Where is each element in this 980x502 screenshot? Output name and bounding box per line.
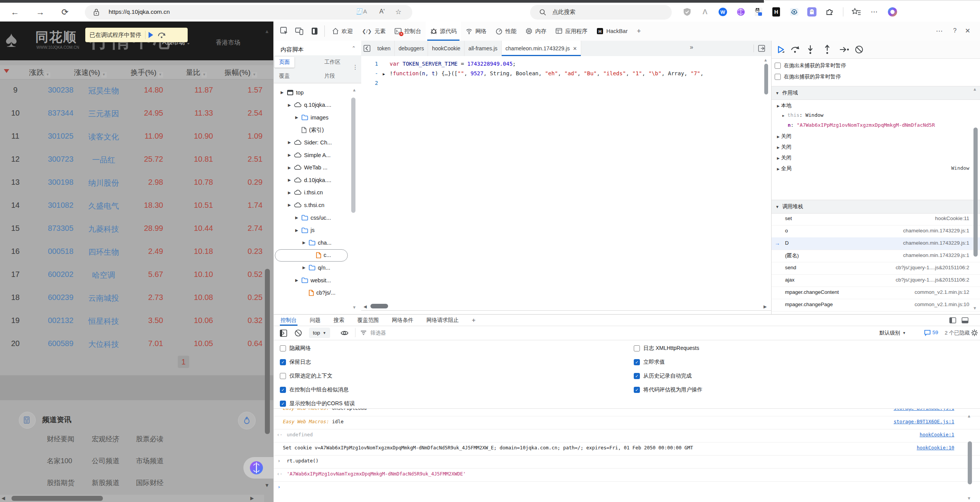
editor-hscrollbar[interactable]: ◀ ▶ — [361, 303, 771, 310]
message-count[interactable]: 59 — [932, 330, 938, 335]
frame-location[interactable]: cb?js/;jquery-1....js&20151106:2 — [896, 277, 969, 283]
expand-arrow-icon[interactable]: ▶ — [288, 140, 293, 144]
step-out-icon[interactable] — [824, 45, 831, 55]
console-tab-网络请求阻止[interactable]: 网络请求阻止 — [426, 315, 459, 326]
filter-input[interactable]: 筛选器 — [370, 330, 386, 336]
frame-location[interactable]: common_v2.1.min.js:12 — [914, 289, 969, 295]
column-header-1[interactable]: 涨速(%)▼ — [74, 68, 107, 78]
camera-icon[interactable] — [790, 7, 799, 17]
scope-section-header[interactable]: ▼作用域 — [772, 86, 980, 100]
console-tab-覆盖范围[interactable]: 覆盖范围 — [357, 315, 380, 326]
tree-item--[interactable]: (索引) — [274, 124, 361, 136]
scope-closure[interactable]: ▶ 关闭 — [777, 154, 792, 161]
scope-this[interactable]: ▶ this: Window — [782, 112, 823, 118]
collapse-chevron-icon[interactable]: ⌃ — [352, 45, 356, 51]
expand-arrow-icon[interactable]: ▶ — [295, 215, 300, 220]
fold-arrow-icon[interactable]: ▶ — [378, 72, 390, 76]
editor-tab-token[interactable]: token — [373, 41, 395, 56]
device-emulation-icon[interactable] — [295, 27, 304, 36]
tab-history-back-icon[interactable] — [364, 45, 370, 52]
column-sort-icon[interactable]: ▼ — [202, 72, 207, 78]
console-setting-on[interactable]: ✓显示控制台中的CORS 错误 — [280, 400, 355, 407]
channel-link[interactable]: 股指期货 — [47, 478, 74, 487]
page-hscrollbar-track[interactable]: ◀ ▶ — [0, 495, 264, 502]
content-scripts-header[interactable]: 内容脚本 — [281, 46, 304, 53]
console-setting-on[interactable]: ✓立即求值 — [634, 359, 665, 366]
tree-scroll-up-icon[interactable]: ▲ — [350, 88, 358, 92]
code-line[interactable]: 2 — [361, 80, 768, 89]
page-scroll-left-icon[interactable]: ◀ — [2, 495, 5, 501]
expand-arrow-icon[interactable]: ▶ — [288, 178, 293, 182]
hot-flame-icon[interactable] — [238, 412, 256, 429]
table-row[interactable]: 20600589大位科技7.0110.050.64 — [0, 333, 273, 356]
tab-源代码[interactable]: 源代码 — [426, 22, 461, 41]
page-hscrollbar-thumb[interactable] — [12, 496, 103, 501]
stack-frame-D[interactable]: →Dchameleon.min.1743229.js:1 — [772, 237, 980, 250]
table-row[interactable]: 15873305九菱科技28.9910.442.74 — [0, 217, 273, 240]
console-prompt-row[interactable]: › — [274, 481, 980, 497]
tab-HackBar[interactable]: HHackBar — [592, 22, 632, 41]
step-into-icon[interactable] — [807, 45, 814, 55]
step-over-icon[interactable] — [158, 31, 166, 38]
console-setting-off[interactable]: 仅限选定的上下文 — [280, 373, 332, 379]
expand-arrow-icon[interactable]: ▶ — [281, 90, 285, 94]
editor-vscroll-thumb[interactable] — [764, 64, 768, 94]
page-scroll-down-icon[interactable]: ▼ — [264, 482, 269, 488]
checkbox[interactable] — [280, 345, 286, 351]
tab-snippets[interactable]: 片段 — [320, 71, 340, 81]
hackbar-icon[interactable]: H — [772, 7, 781, 17]
checkbox[interactable]: ✓ — [634, 359, 640, 365]
browser-menu-icon[interactable]: ⋯ — [869, 7, 879, 17]
resume-icon[interactable] — [776, 45, 785, 54]
expand-arrow-icon[interactable]: ▶ — [288, 103, 293, 107]
console-settings-gear-icon[interactable] — [971, 329, 978, 336]
expand-arrow-icon[interactable]: ▶ — [295, 115, 300, 119]
console-tab-控制台[interactable]: 控制台 — [280, 315, 297, 326]
table-row[interactable]: 13300198纳川股份2.9810.780.29 — [0, 171, 273, 194]
console-setting-off[interactable]: 隐藏网络 — [280, 345, 311, 352]
editor-scroll-up-icon[interactable]: ▲ — [764, 58, 768, 62]
hidden-count[interactable]: 2 个已隐藏 — [945, 330, 970, 336]
column-header-2[interactable]: 换手(%)▼ — [131, 68, 163, 78]
expand-arrow-icon[interactable]: ▶ — [288, 191, 293, 195]
callstack-section-header[interactable]: ▼调用堆栈 — [772, 200, 980, 214]
new-tool-plus-button[interactable]: + — [632, 22, 646, 41]
stack-frame-[interactable]: (匿名)common_v2.1.min.js:8 — [772, 311, 980, 314]
search-box[interactable]: 点此搜索 — [530, 5, 672, 20]
filter-icon[interactable] — [360, 330, 367, 336]
read-aloud-icon[interactable]: Aʹ — [379, 8, 385, 15]
messages-bubble-icon[interactable] — [924, 330, 931, 336]
frame-location[interactable]: cb?js/;jquery-1....js&20151106:2 — [896, 265, 969, 270]
tree-item-top[interactable]: ▶top — [274, 86, 361, 99]
tab-欢迎[interactable]: 欢迎 — [327, 22, 357, 41]
page-vscrollbar-thumb[interactable] — [265, 269, 270, 434]
table-row[interactable]: 18600239云南城投2.7310.080.25 — [0, 287, 273, 310]
channel-link[interactable]: 国际财经 — [136, 478, 164, 487]
deactivate-breakpoints-icon[interactable] — [854, 45, 864, 54]
dock-bottom-icon[interactable] — [962, 317, 968, 324]
editor-tab-chameleon.min.1743229.js[interactable]: chameleon.min.1743229.js✕ — [502, 41, 581, 56]
tree-item-css-uc-[interactable]: ▶css/uc... — [274, 211, 361, 224]
stack-frame-mpagerchangePage[interactable]: mpager.changePagecommon_v2.1.min.js:10 — [772, 299, 980, 311]
column-header-3[interactable]: 量比▼ — [186, 68, 207, 78]
tree-item-c-[interactable]: c... — [274, 249, 361, 262]
console-setting-on[interactable]: ✓保留日志 — [280, 359, 311, 366]
checkbox[interactable]: ✓ — [280, 359, 286, 365]
refresh-icon[interactable]: ⟳ — [61, 7, 68, 17]
url-text[interactable]: https://q.10jqka.com.cn — [109, 8, 170, 15]
tree-item-cha-[interactable]: ▶cha... — [274, 236, 361, 249]
tree-scrollbar-thumb[interactable] — [351, 98, 355, 213]
dock-left-icon[interactable] — [949, 317, 956, 324]
table-row[interactable]: 10837344三元基因24.9511.332.54 — [0, 102, 273, 125]
tree-scroll-down-icon[interactable]: ▼ — [350, 305, 358, 310]
code-area[interactable]: 1var TOKEN_SERVER_TIME = 1743228949.045;… — [361, 56, 771, 302]
table-row[interactable]: 14301082久盛电气18.3010.511.74 — [0, 194, 273, 217]
ghost-icon[interactable] — [807, 7, 816, 17]
tree-item-s-thsi-cn[interactable]: ▶s.thsi.cn — [274, 199, 361, 211]
checkbox[interactable] — [634, 345, 640, 351]
brain-icon[interactable] — [736, 7, 745, 17]
prompt-chevron-icon[interactable]: › — [278, 484, 281, 490]
scope-global[interactable]: ▶ 全局 — [777, 165, 792, 172]
tab-元素[interactable]: ❮/❯元素 — [357, 22, 390, 41]
checkbox[interactable]: ✓ — [634, 373, 640, 379]
